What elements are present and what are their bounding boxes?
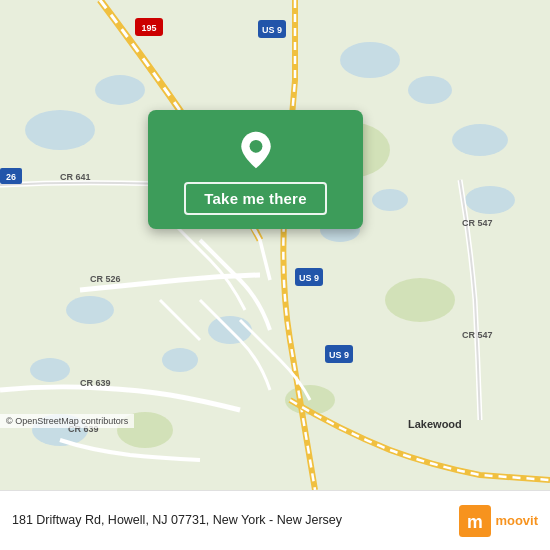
svg-point-1 — [25, 110, 95, 150]
svg-point-2 — [95, 75, 145, 105]
address-text: 181 Driftway Rd, Howell, NJ 07731, New Y… — [12, 512, 459, 530]
svg-text:CR 641: CR 641 — [60, 172, 91, 182]
svg-point-12 — [30, 358, 70, 382]
map-attribution: © OpenStreetMap contributors — [0, 414, 134, 428]
map-container: 195 US 9 US 9 US 9 CR 641 CR 526 CR 639 … — [0, 0, 550, 490]
svg-text:195: 195 — [141, 23, 156, 33]
moovit-logo: m moovit — [459, 505, 538, 537]
svg-point-15 — [385, 278, 455, 322]
svg-text:US 9: US 9 — [329, 350, 349, 360]
svg-point-11 — [66, 296, 114, 324]
svg-point-10 — [162, 348, 198, 372]
svg-point-5 — [452, 124, 508, 156]
location-pin-icon — [234, 128, 278, 172]
take-me-there-button[interactable]: Take me there — [184, 182, 326, 215]
svg-text:m: m — [467, 512, 483, 532]
svg-text:US 9: US 9 — [262, 25, 282, 35]
svg-text:CR 526: CR 526 — [90, 274, 121, 284]
svg-text:CR 547: CR 547 — [462, 330, 493, 340]
svg-point-37 — [249, 140, 262, 153]
svg-text:Lakewood: Lakewood — [408, 418, 462, 430]
svg-point-3 — [340, 42, 400, 78]
svg-point-7 — [372, 189, 408, 211]
moovit-label: moovit — [495, 513, 538, 528]
location-card: Take me there — [148, 110, 363, 229]
svg-text:26: 26 — [6, 172, 16, 182]
svg-text:CR 547: CR 547 — [462, 218, 493, 228]
svg-point-6 — [465, 186, 515, 214]
svg-point-4 — [408, 76, 452, 104]
bottom-bar: 181 Driftway Rd, Howell, NJ 07731, New Y… — [0, 490, 550, 550]
svg-text:CR 639: CR 639 — [80, 378, 111, 388]
svg-text:US 9: US 9 — [299, 273, 319, 283]
moovit-logo-icon: m — [459, 505, 491, 537]
